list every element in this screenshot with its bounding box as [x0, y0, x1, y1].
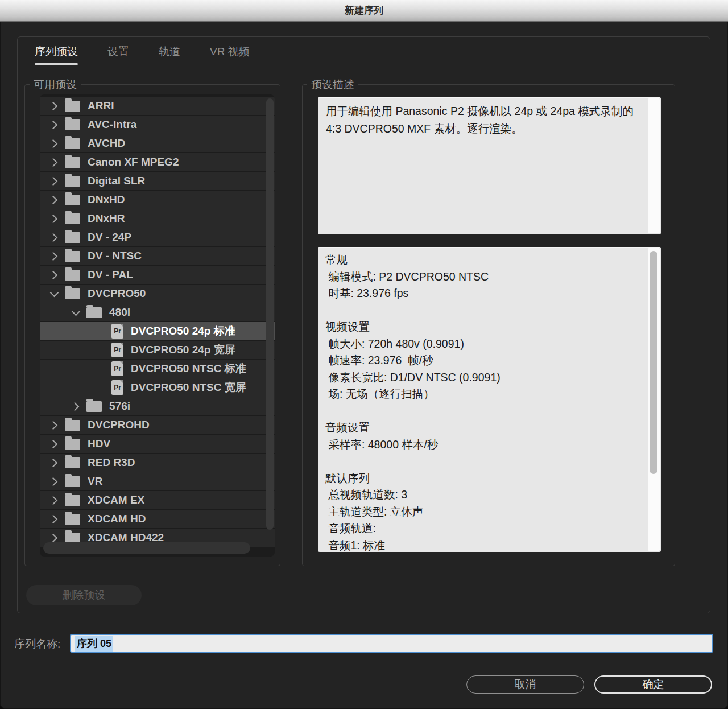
- preset-detail-line: 主轨道类型: 立体声: [325, 504, 637, 521]
- chevron-right-icon[interactable]: [49, 213, 59, 224]
- tree-item-DNxHD[interactable]: DNxHD: [40, 191, 275, 209]
- tree-item-DVCPRO50 24p 宽屏[interactable]: PrDVCPRO50 24p 宽屏: [40, 341, 275, 360]
- chevron-right-icon[interactable]: [49, 157, 59, 167]
- tree-item-HDV[interactable]: HDV: [40, 435, 275, 454]
- preset-detail-line: 音频轨道:: [325, 520, 637, 537]
- tree-item-XDCAM EX[interactable]: XDCAM EX: [40, 491, 275, 510]
- description-scrollbar-track[interactable]: [648, 98, 660, 233]
- folder-icon: [86, 307, 102, 318]
- tab-轨道[interactable]: 轨道: [159, 44, 180, 65]
- folder-icon: [65, 176, 80, 187]
- chevron-right-icon[interactable]: [49, 232, 59, 242]
- folder-icon: [65, 457, 80, 468]
- tree-item-XDCAM HD[interactable]: XDCAM HD: [40, 510, 275, 529]
- tree-item-label: Digital SLR: [88, 175, 145, 187]
- chevron-right-icon[interactable]: [49, 119, 59, 130]
- tab-VR 视频[interactable]: VR 视频: [210, 44, 250, 65]
- tree-item-DV - NTSC[interactable]: DV - NTSC: [40, 247, 275, 266]
- tree-item-label: DVCPRO50 24p 宽屏: [131, 343, 235, 357]
- tree-item-VR[interactable]: VR: [40, 472, 275, 491]
- folder-icon: [65, 495, 80, 506]
- chevron-right-icon[interactable]: [49, 495, 59, 505]
- folder-icon: [65, 213, 80, 224]
- folder-icon: [65, 101, 80, 112]
- tab-设置[interactable]: 设置: [107, 44, 129, 65]
- chevron-right-icon[interactable]: [49, 138, 59, 149]
- tree-item-label: RED R3D: [88, 456, 135, 469]
- tree-item-480i[interactable]: 480i: [40, 303, 275, 322]
- tree-item-DVCPROHD[interactable]: DVCPROHD: [40, 416, 275, 435]
- folder-icon: [65, 138, 80, 149]
- cancel-button[interactable]: 取消: [466, 675, 584, 694]
- tab-序列预设[interactable]: 序列预设: [35, 44, 78, 65]
- folder-icon: [65, 157, 80, 168]
- folder-icon: [65, 251, 80, 262]
- delete-preset-button[interactable]: 删除预设: [26, 585, 142, 605]
- tree-item-Digital SLR[interactable]: Digital SLR: [40, 172, 275, 191]
- chevron-right-icon[interactable]: [49, 476, 59, 487]
- tree-item-AVCHD[interactable]: AVCHD: [40, 134, 275, 153]
- tree-item-ARRI[interactable]: ARRI: [40, 97, 275, 116]
- tree-item-label: DVCPRO50: [88, 287, 146, 300]
- chevron-right-icon[interactable]: [49, 176, 59, 186]
- premiere-preset-file-icon: Pr: [111, 380, 123, 395]
- tree-item-label: XDCAM EX: [88, 494, 144, 506]
- preset-detail-line: [325, 453, 637, 470]
- premiere-preset-file-icon: Pr: [111, 324, 123, 339]
- tree-item-Canon XF MPEG2[interactable]: Canon XF MPEG2: [40, 153, 275, 172]
- folder-icon: [65, 288, 80, 299]
- tree-item-DVCPRO50 NTSC 标准[interactable]: PrDVCPRO50 NTSC 标准: [40, 360, 275, 378]
- ok-button[interactable]: 确定: [594, 675, 712, 694]
- tree-item-label: AVC-Intra: [88, 118, 136, 131]
- title-bar[interactable]: 新建序列: [0, 0, 728, 22]
- tree-item-DV - PAL[interactable]: DV - PAL: [40, 266, 275, 285]
- tree-item-label: DV - 24P: [88, 231, 131, 244]
- details-scrollbar-track[interactable]: [648, 248, 660, 551]
- folder-icon: [65, 420, 80, 431]
- chevron-right-icon[interactable]: [49, 270, 59, 280]
- chevron-right-icon[interactable]: [49, 457, 59, 468]
- preset-detail-line: 音频设置: [325, 419, 637, 436]
- tree-vertical-scrollbar[interactable]: [266, 98, 274, 530]
- tree-item-label: HDV: [88, 438, 110, 450]
- preset-description-text: 用于编辑使用 Panasonic P2 摄像机以 24p 或 24pa 模式录制…: [326, 102, 637, 138]
- available-presets-group: 可用预设 ARRIAVC-IntraAVCHDCanon XF MPEG2Dig…: [24, 84, 280, 566]
- chevron-right-icon[interactable]: [71, 401, 81, 411]
- preset-detail-line: [325, 403, 637, 420]
- preset-detail-line: 视频设置: [325, 319, 637, 336]
- tree-item-DVCPRO50[interactable]: DVCPRO50: [40, 285, 275, 303]
- chevron-right-icon[interactable]: [49, 195, 59, 205]
- tree-item-576i[interactable]: 576i: [40, 397, 275, 416]
- tree-item-DNxHR[interactable]: DNxHR: [40, 209, 275, 228]
- tree-item-DVCPRO50 24p 标准[interactable]: PrDVCPRO50 24p 标准: [40, 322, 275, 341]
- premiere-preset-file-icon: Pr: [111, 361, 123, 376]
- tree-item-DV - 24P[interactable]: DV - 24P: [40, 228, 275, 247]
- tree-item-AVC-Intra[interactable]: AVC-Intra: [40, 116, 275, 134]
- tree-item-label: ARRI: [88, 100, 114, 112]
- chevron-right-icon[interactable]: [49, 514, 59, 524]
- tree-item-RED R3D[interactable]: RED R3D: [40, 454, 275, 472]
- chevron-right-icon[interactable]: [49, 420, 59, 430]
- tree-item-label: DVCPRO50 NTSC 宽屏: [131, 380, 246, 395]
- chevron-down-icon[interactable]: [71, 307, 81, 318]
- preset-detail-line: [325, 302, 637, 319]
- preset-description-group: 预设描述 用于编辑使用 Panasonic P2 摄像机以 24p 或 24pa…: [302, 84, 675, 566]
- chevron-right-icon[interactable]: [49, 251, 59, 261]
- chevron-right-icon[interactable]: [49, 439, 59, 449]
- preset-tree-well: ARRIAVC-IntraAVCHDCanon XF MPEG2Digital …: [40, 94, 275, 557]
- tree-item-DVCPRO50 NTSC 宽屏[interactable]: PrDVCPRO50 NTSC 宽屏: [40, 378, 275, 397]
- window-title: 新建序列: [0, 0, 728, 21]
- tab-bar: 序列预设设置轨道VR 视频: [35, 44, 250, 65]
- folder-icon: [65, 514, 80, 525]
- preset-description-box: 用于编辑使用 Panasonic P2 摄像机以 24p 或 24pa 模式录制…: [318, 97, 661, 234]
- folder-icon: [86, 401, 102, 412]
- chevron-down-icon[interactable]: [49, 288, 59, 299]
- preset-detail-line: 默认序列: [325, 470, 637, 487]
- chevron-right-icon[interactable]: [49, 533, 59, 543]
- details-scrollbar-thumb[interactable]: [650, 251, 657, 474]
- tree-item-label: AVCHD: [88, 137, 125, 150]
- preset-detail-line: 场: 无场（逐行扫描）: [325, 386, 637, 403]
- tree-horizontal-scrollbar[interactable]: [43, 542, 250, 554]
- sequence-name-input[interactable]: 序列 05: [70, 634, 713, 653]
- chevron-right-icon[interactable]: [49, 101, 59, 111]
